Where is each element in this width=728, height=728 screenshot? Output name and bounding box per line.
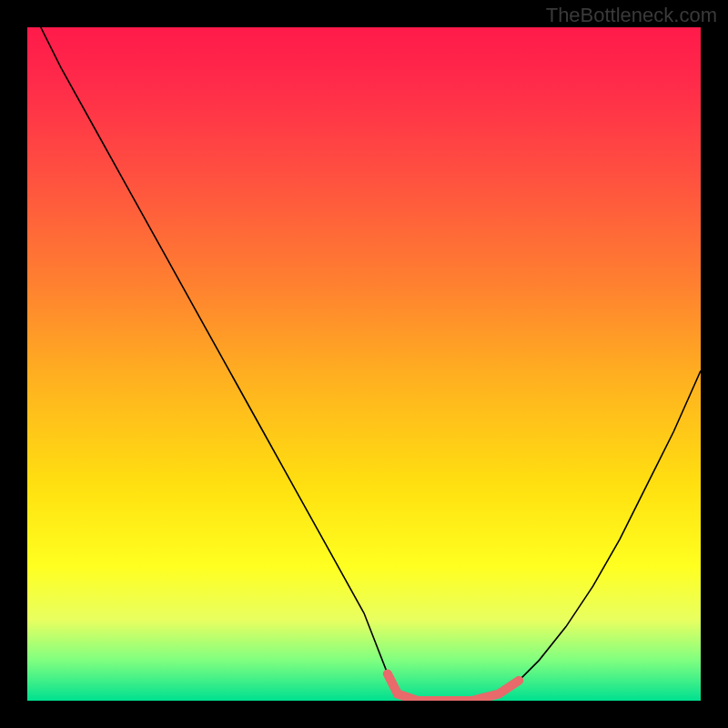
watermark-text: TheBottleneck.com [546,4,717,27]
chart-plot-area [27,27,701,701]
highlight-segment [27,27,701,701]
